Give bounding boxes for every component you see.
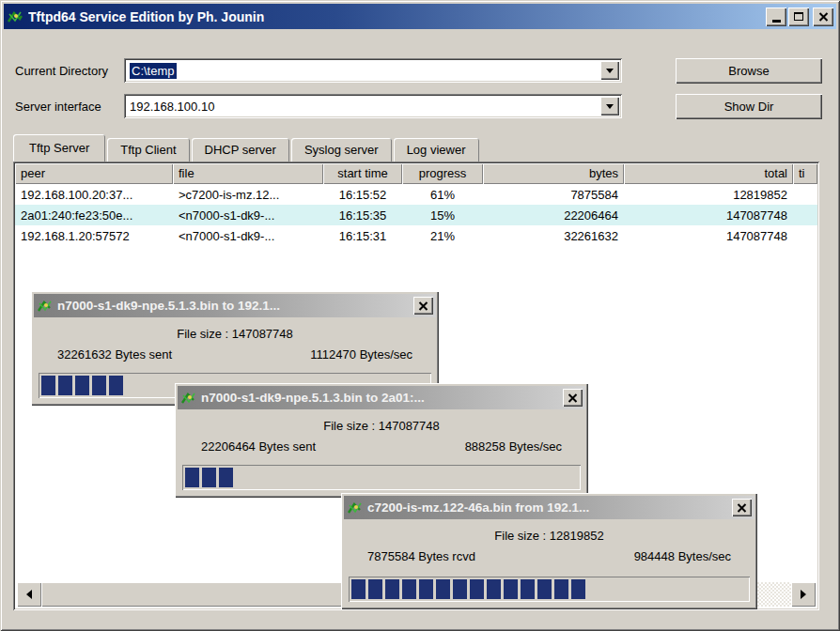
progress-block bbox=[470, 579, 484, 599]
app-window: Tftpd64 Service Edition by Ph. Jounin Cu… bbox=[0, 0, 840, 631]
transfer-rate-text: 1112470 Bytes/sec bbox=[310, 347, 412, 362]
app-icon bbox=[347, 500, 364, 516]
bytes-sent-text: 7875584 Bytes rcvd bbox=[367, 549, 475, 563]
app-icon bbox=[37, 298, 54, 315]
popup-title: n7000-s1-dk9-npe.5.1.3.bin to 2a01:... bbox=[201, 391, 563, 405]
transfer-popup: c7200-is-mz.122-46a.bin from 192.1... Fi… bbox=[341, 493, 757, 609]
bytes-sent-text: 22206464 Bytes sent bbox=[201, 439, 316, 454]
server-interface-label: Server interface bbox=[15, 100, 101, 114]
browse-button[interactable]: Browse bbox=[676, 58, 822, 84]
table-cell-bytes: 32261632 bbox=[483, 229, 624, 243]
transfer-popup: n7000-s1-dk9-npe.5.1.3.bin to 2a01:... F… bbox=[175, 383, 588, 498]
progress-block bbox=[554, 579, 568, 599]
chevron-down-icon bbox=[606, 69, 614, 73]
tab-log-viewer[interactable]: Log viewer bbox=[394, 138, 479, 162]
title-bar[interactable]: Tftpd64 Service Edition by Ph. Jounin bbox=[4, 4, 836, 29]
close-button[interactable] bbox=[563, 389, 583, 407]
column-header-bytes[interactable]: bytes bbox=[483, 163, 624, 184]
file-size-text: File size : 147087748 bbox=[31, 327, 439, 341]
progress-block bbox=[402, 579, 416, 599]
column-header-peer[interactable]: peer bbox=[15, 163, 173, 184]
table-cell-progress: 61% bbox=[402, 188, 483, 202]
table-cell-peer: 192.168.1.20:57572 bbox=[15, 229, 173, 243]
progress-block bbox=[368, 579, 382, 599]
column-header-ti[interactable]: ti bbox=[793, 163, 817, 184]
table-cell-bytes: 22206464 bbox=[483, 208, 624, 223]
tab-syslog-server[interactable]: Syslog server bbox=[291, 138, 392, 162]
tab-tftp-client[interactable]: Tftp Client bbox=[107, 138, 189, 162]
progress-block bbox=[385, 579, 399, 599]
transfer-progress bbox=[182, 465, 581, 490]
popup-title-bar[interactable]: c7200-is-mz.122-46a.bin from 192.1... bbox=[344, 496, 754, 519]
maximize-icon bbox=[794, 12, 803, 21]
progress-block bbox=[537, 579, 552, 599]
close-icon bbox=[568, 393, 578, 403]
column-header-total[interactable]: total bbox=[624, 163, 793, 184]
transfer-rate-text: 888258 Bytes/sec bbox=[465, 439, 562, 454]
progress-block bbox=[351, 579, 366, 599]
table-cell-progress: 21% bbox=[402, 229, 483, 243]
tab-tftp-server[interactable]: Tftp Server bbox=[13, 134, 105, 162]
scroll-right-button[interactable] bbox=[791, 582, 816, 607]
progress-block bbox=[75, 376, 89, 395]
current-directory-value[interactable]: C:\temp bbox=[127, 61, 600, 80]
minimize-button[interactable] bbox=[766, 8, 786, 26]
table-header-row: peerfilestart timeprogressbytestotalti bbox=[15, 163, 817, 184]
table-cell-file: >c7200-is-mz.12... bbox=[173, 188, 323, 202]
close-button[interactable] bbox=[813, 8, 833, 26]
progress-block bbox=[571, 579, 585, 599]
progress-block bbox=[436, 579, 450, 599]
progress-block bbox=[185, 468, 199, 487]
close-button[interactable] bbox=[732, 499, 752, 516]
scroll-left-button[interactable] bbox=[17, 582, 41, 607]
current-directory-combobox[interactable]: C:\temp bbox=[124, 58, 622, 83]
column-header-file[interactable]: file bbox=[173, 163, 323, 184]
arrow-left-icon bbox=[26, 590, 32, 599]
close-icon bbox=[737, 503, 747, 513]
tab-bar: Tftp Server Tftp Client DHCP server Sysl… bbox=[13, 134, 481, 162]
server-interface-dropdown-button[interactable] bbox=[600, 97, 619, 115]
popup-title: c7200-is-mz.122-46a.bin from 192.1... bbox=[367, 500, 732, 515]
tab-dhcp-server[interactable]: DHCP server bbox=[192, 138, 289, 162]
table-cell-total: 147087748 bbox=[624, 229, 793, 243]
close-icon bbox=[418, 301, 428, 311]
current-directory-dropdown-button[interactable] bbox=[600, 61, 619, 80]
popup-title: n7000-s1-dk9-npe.5.1.3.bin to 192.1... bbox=[57, 299, 413, 313]
table-row[interactable]: 192.168.1.20:57572<n7000-s1-dk9-...16:15… bbox=[15, 225, 817, 246]
server-interface-combobox[interactable]: 192.168.100.10 bbox=[124, 94, 622, 118]
table-row[interactable]: 2a01:240:fe23:50e...<n7000-s1-dk9-...16:… bbox=[15, 205, 817, 225]
arrow-right-icon bbox=[801, 590, 806, 599]
column-header-progress[interactable]: progress bbox=[402, 163, 483, 184]
column-header-start-time[interactable]: start time bbox=[323, 163, 402, 184]
transfer-table-body: 192.168.100.20:37...>c7200-is-mz.12...16… bbox=[15, 184, 817, 246]
progress-block bbox=[453, 579, 467, 599]
file-size-text: File size : 12819852 bbox=[341, 529, 757, 543]
show-dir-button[interactable]: Show Dir bbox=[676, 94, 822, 119]
table-row[interactable]: 192.168.100.20:37...>c7200-is-mz.12...16… bbox=[15, 184, 817, 205]
table-cell-total: 12819852 bbox=[624, 188, 793, 202]
table-cell-bytes: 7875584 bbox=[483, 188, 624, 202]
bytes-sent-text: 32261632 Bytes sent bbox=[57, 347, 172, 362]
transfer-rate-text: 984448 Bytes/sec bbox=[634, 549, 731, 563]
current-directory-label: Current Directory bbox=[15, 64, 108, 78]
popup-title-bar[interactable]: n7000-s1-dk9-npe.5.1.3.bin to 192.1... bbox=[34, 294, 436, 317]
server-interface-value[interactable]: 192.168.100.10 bbox=[127, 97, 600, 115]
popup-title-bar[interactable]: n7000-s1-dk9-npe.5.1.3.bin to 2a01:... bbox=[178, 386, 585, 409]
progress-block bbox=[504, 579, 518, 599]
close-button[interactable] bbox=[413, 297, 433, 315]
table-cell-file: <n7000-s1-dk9-... bbox=[173, 208, 323, 223]
table-cell-progress: 15% bbox=[402, 208, 483, 223]
maximize-button[interactable] bbox=[788, 8, 809, 26]
progress-block bbox=[487, 579, 501, 599]
table-cell-peer: 192.168.100.20:37... bbox=[15, 188, 173, 202]
progress-block bbox=[419, 579, 433, 599]
progress-block bbox=[109, 376, 123, 395]
progress-block bbox=[58, 376, 72, 395]
window-title: Tftpd64 Service Edition by Ph. Jounin bbox=[28, 9, 764, 24]
close-icon bbox=[818, 12, 829, 22]
chevron-down-icon bbox=[606, 104, 614, 109]
file-size-text: File size : 147087748 bbox=[175, 419, 588, 433]
table-cell-start-time: 16:15:35 bbox=[323, 208, 402, 223]
progress-block bbox=[41, 376, 55, 395]
table-cell-start-time: 16:15:31 bbox=[323, 229, 402, 243]
